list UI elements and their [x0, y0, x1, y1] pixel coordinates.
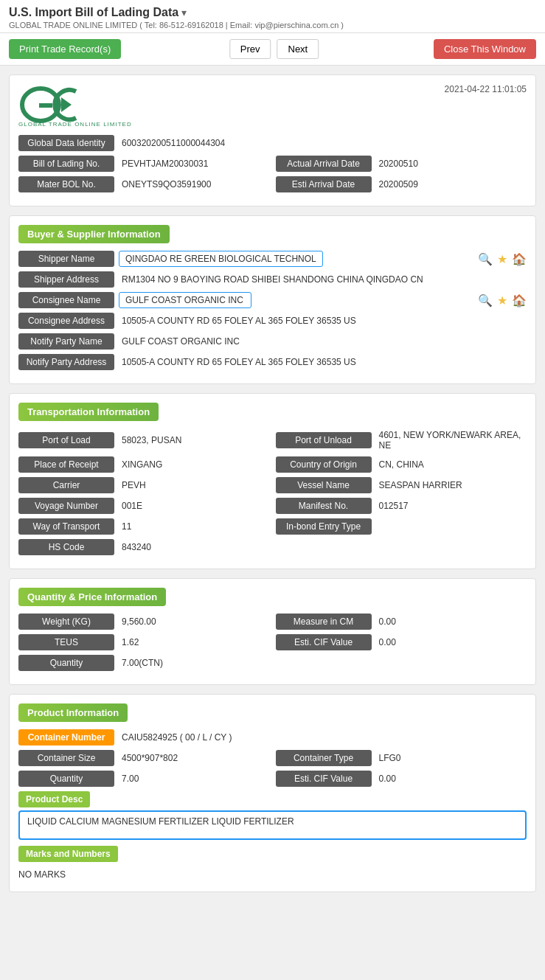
port-of-unload-label: Port of Unload: [276, 432, 372, 448]
consignee-search-icon[interactable]: 🔍: [478, 293, 493, 307]
container-size-value: 4500*907*802: [119, 751, 181, 765]
consignee-star-icon[interactable]: ★: [497, 293, 507, 307]
quantity-row: Quantity 7.00(CTN): [18, 655, 527, 671]
consignee-address-label: Consignee Address: [18, 313, 114, 329]
global-data-identity-label: Global Data Identity: [18, 135, 114, 151]
marks-section: Marks and Numbers NO MARKS: [18, 846, 527, 883]
buyer-supplier-card: Buyer & Supplier Information Shipper Nam…: [9, 215, 536, 384]
quantity-price-card: Quantity & Price Information Weight (KG)…: [9, 578, 536, 685]
weight-col: Weight (KG) 9,560.00: [18, 614, 270, 630]
consignee-icons: 🔍 ★ 🏠: [478, 293, 527, 307]
actual-arrival-col: Actual Arrival Date 20200510: [276, 156, 527, 172]
consignee-name-row: Consignee Name GULF COAST ORGANIC INC 🔍 …: [18, 292, 527, 308]
logo: GLOBAL TRADE ONLINE LIMITED: [18, 84, 132, 128]
teus-value: 1.62: [119, 636, 142, 649]
voyage-manifest-row: Voyage Number 001E Manifest No. 012517: [18, 498, 527, 514]
print-button[interactable]: Print Trade Record(s): [9, 39, 121, 59]
notify-party-name-value: GULF COAST ORGANIC INC: [119, 335, 243, 348]
mater-bol-label: Mater BOL No.: [18, 176, 114, 192]
bol-value: PEVHTJAM20030031: [119, 157, 211, 170]
consignee-address-value: 10505-A COUNTY RD 65 FOLEY AL 365 FOLEY …: [119, 314, 359, 327]
shipper-name-row: Shipper Name QINGDAO RE GREEN BIOLOGICAL…: [18, 251, 527, 267]
nav-buttons: Prev Next: [226, 39, 319, 59]
product-cif-col: Esti. CIF Value 0.00: [276, 771, 527, 787]
manifest-no-value: 012517: [376, 499, 412, 512]
way-inbond-row: Way of Transport 11 In-bond Entry Type: [18, 518, 527, 535]
hs-code-value: 843240: [119, 541, 154, 554]
mater-bol-row: Mater BOL No. ONEYTS9QO3591900 Esti Arri…: [18, 176, 527, 192]
teus-col: TEUS 1.62: [18, 634, 270, 650]
transportation-card: Transportation Information Port of Load …: [9, 393, 536, 569]
vessel-name-value: SEASPAN HARRIER: [376, 479, 465, 492]
container-size-label: Container Size: [18, 750, 114, 766]
way-of-transport-label: Way of Transport: [18, 518, 114, 535]
container-number-label: Container Number: [18, 729, 114, 746]
manifest-no-label: Manifest No.: [276, 498, 372, 514]
container-type-label: Container Type: [276, 750, 372, 766]
voyage-number-value: 001E: [119, 499, 145, 512]
shipper-address-label: Shipper Address: [18, 271, 114, 288]
product-esti-cif-value: 0.00: [376, 772, 399, 785]
esti-cif-value-label: Esti. CIF Value: [276, 634, 372, 650]
port-load-col: Port of Load 58023, PUSAN: [18, 428, 270, 452]
marks-and-numbers-value: NO MARKS: [18, 866, 527, 883]
actual-arrival-value: 20200510: [376, 157, 421, 170]
voyage-col: Voyage Number 001E: [18, 498, 270, 514]
shipper-address-value: RM1304 NO 9 BAOYING ROAD SHIBEI SHANDONG…: [119, 273, 426, 286]
measure-col: Measure in CM 0.00: [276, 614, 527, 630]
in-bond-entry-type-value: [376, 525, 382, 528]
subtitle: GLOBAL TRADE ONLINE LIMITED ( Tel: 86-51…: [9, 21, 536, 29]
esti-cif-value-value: 0.00: [376, 636, 399, 649]
container-size-col: Container Size 4500*907*802: [18, 750, 270, 766]
place-of-receipt-col: Place of Receipt XINGANG: [18, 456, 270, 473]
shipper-address-row: Shipper Address RM1304 NO 9 BAOYING ROAD…: [18, 271, 527, 288]
prev-button[interactable]: Prev: [229, 39, 271, 59]
bol-label: Bill of Lading No.: [18, 156, 114, 172]
manifest-col: Manifest No. 012517: [276, 498, 527, 514]
shipper-search-icon[interactable]: 🔍: [478, 252, 493, 266]
port-of-load-label: Port of Load: [18, 432, 114, 448]
global-data-identity-row: Global Data Identity 6003202005110000443…: [18, 135, 527, 151]
close-button[interactable]: Close This Window: [434, 39, 536, 59]
consignee-address-row: Consignee Address 10505-A COUNTY RD 65 F…: [18, 313, 527, 329]
hs-code-row: HS Code 843240: [18, 539, 527, 555]
buyer-supplier-header: Buyer & Supplier Information: [18, 225, 527, 251]
bol-col: Bill of Lading No. PEVHTJAM20030031: [18, 156, 270, 172]
shipper-name-value: QINGDAO RE GREEN BIOLOGICAL TECHNOL: [119, 251, 323, 267]
esti-arrival-value: 20200509: [376, 178, 421, 191]
consignee-name-value: GULF COAST ORGANIC INC: [119, 292, 251, 308]
notify-party-name-label: Notify Party Name: [18, 333, 114, 350]
weight-measure-row: Weight (KG) 9,560.00 Measure in CM 0.00: [18, 614, 527, 630]
notify-party-name-row: Notify Party Name GULF COAST ORGANIC INC: [18, 333, 527, 350]
actual-arrival-label: Actual Arrival Date: [276, 156, 372, 172]
quantity-price-header: Quantity & Price Information: [18, 588, 527, 614]
product-desc-value: LIQUID CALCIUM MAGNESIUM FERTILIZER LIQU…: [18, 810, 527, 840]
measure-in-cm-label: Measure in CM: [276, 614, 372, 630]
in-bond-col: In-bond Entry Type: [276, 518, 527, 535]
shipper-home-icon[interactable]: 🏠: [512, 252, 527, 266]
next-button[interactable]: Next: [277, 39, 319, 59]
port-of-unload-value: 4601, NEW YORK/NEWARK AREA, NE: [376, 428, 527, 452]
country-of-origin-col: Country of Origin CN, CHINA: [276, 456, 527, 473]
consignee-home-icon[interactable]: 🏠: [512, 293, 527, 307]
voyage-number-label: Voyage Number: [18, 498, 114, 514]
bol-row: Bill of Lading No. PEVHTJAM20030031 Actu…: [18, 156, 527, 172]
logo-subtitle: GLOBAL TRADE ONLINE LIMITED: [18, 121, 132, 128]
page-title: U.S. Import Bill of Lading Data: [9, 6, 178, 18]
quantity-label: Quantity: [18, 655, 114, 671]
carrier-vessel-row: Carrier PEVH Vessel Name SEASPAN HARRIER: [18, 477, 527, 493]
shipper-star-icon[interactable]: ★: [497, 252, 507, 266]
product-desc-section: Product Desc LIQUID CALCIUM MAGNESIUM FE…: [18, 791, 527, 840]
esti-arrival-label: Esti Arrival Date: [276, 176, 372, 192]
product-esti-cif-label: Esti. CIF Value: [276, 771, 372, 787]
notify-party-address-label: Notify Party Address: [18, 354, 114, 370]
quantity-value: 7.00(CTN): [119, 656, 166, 670]
shipper-name-label: Shipper Name: [18, 251, 114, 267]
container-type-value: LFG0: [376, 751, 404, 765]
in-bond-entry-type-label: In-bond Entry Type: [276, 518, 372, 535]
product-card: Product Information Container Number CAI…: [9, 694, 536, 892]
content-area: GLOBAL TRADE ONLINE LIMITED 2021-04-22 1…: [0, 66, 545, 910]
receipt-origin-row: Place of Receipt XINGANG Country of Orig…: [18, 456, 527, 473]
product-desc-label: Product Desc: [18, 791, 90, 807]
consignee-name-label: Consignee Name: [18, 292, 114, 308]
